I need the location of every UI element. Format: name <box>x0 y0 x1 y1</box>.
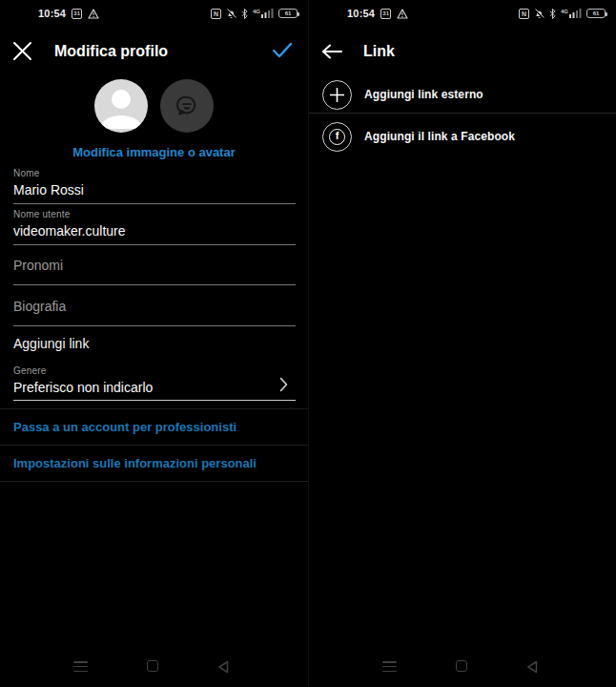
bio-placeholder[interactable]: Biografia <box>13 299 296 314</box>
nav-back-button[interactable] <box>217 660 229 674</box>
profile-photo-avatar[interactable] <box>94 79 148 133</box>
nfc-icon: N <box>211 9 221 19</box>
pronouns-field[interactable]: Pronomi <box>13 258 296 285</box>
username-field-value[interactable]: videomaker.culture <box>13 223 296 239</box>
calendar-icon: 31 <box>72 9 82 19</box>
name-field[interactable]: Nome Mario Rossi <box>13 168 296 204</box>
field-underline <box>13 325 296 326</box>
back-arrow-icon[interactable] <box>321 44 342 59</box>
nav-home-button[interactable] <box>456 660 467 672</box>
nav-menu-button[interactable] <box>382 661 397 675</box>
battery-icon: 61 <box>586 9 606 18</box>
status-bar: 10:54 31 N 4G 61 <box>309 0 616 27</box>
name-field-value[interactable]: Mario Rossi <box>13 182 296 198</box>
field-underline-active <box>13 400 296 401</box>
add-external-link-label: Aggiungi link esterno <box>364 88 483 101</box>
bluetooth-icon <box>241 9 248 19</box>
pronouns-placeholder[interactable]: Pronomi <box>13 258 296 273</box>
bluetooth-icon <box>549 9 556 19</box>
clock: 10:54 <box>347 8 375 19</box>
page-title: Link <box>363 43 395 60</box>
dual-screenshot-container: 10:54 31 N 4G 61 <box>0 0 616 687</box>
warning-icon <box>88 9 99 19</box>
gender-field-label: Genere <box>13 365 296 376</box>
calendar-icon: 31 <box>380 9 391 19</box>
nav-back-button[interactable] <box>526 660 538 674</box>
bell-muted-icon <box>226 9 236 19</box>
field-underline <box>13 203 296 204</box>
gender-field-value[interactable]: Preferisco non indicarlo <box>13 380 296 395</box>
page-title: Modifica profilo <box>54 43 168 60</box>
add-external-link-row[interactable]: Aggiungi link esterno <box>309 77 616 112</box>
change-avatar-link[interactable]: Modifica immagine o avatar <box>0 145 308 159</box>
switch-professional-account-link[interactable]: Passa a un account per professionisti <box>13 420 298 434</box>
section-divider <box>0 481 308 482</box>
nav-home-button[interactable] <box>147 660 158 672</box>
field-underline <box>13 244 296 245</box>
links-screen: 10:54 31 N 4G 61 <box>308 0 616 687</box>
bio-field[interactable]: Biografia <box>13 299 296 326</box>
signal-icon: 4G <box>253 9 274 18</box>
close-icon[interactable] <box>12 41 32 61</box>
android-nav-bar <box>309 656 616 687</box>
add-link-row[interactable]: Aggiungi link <box>13 336 89 351</box>
row-divider <box>309 113 616 114</box>
field-underline <box>13 284 296 285</box>
gender-field[interactable]: Genere Preferisco non indicarlo <box>13 365 296 401</box>
bell-muted-icon <box>534 9 544 19</box>
battery-icon: 61 <box>278 9 298 18</box>
chevron-right-icon <box>279 377 288 392</box>
clock: 10:54 <box>38 8 66 19</box>
signal-icon: 4G <box>561 9 582 18</box>
plus-icon <box>322 80 352 110</box>
add-facebook-link-row[interactable]: f Aggiungi il link a Facebook <box>309 118 616 155</box>
person-silhouette-icon <box>94 79 148 133</box>
section-divider <box>0 445 308 446</box>
section-divider <box>0 408 308 409</box>
confirm-check-icon[interactable] <box>272 42 293 58</box>
name-field-label: Nome <box>13 168 296 178</box>
avatar-face-icon <box>175 94 199 118</box>
personal-info-settings-link[interactable]: Impostazioni sulle informazioni personal… <box>13 456 298 470</box>
username-field-label: Nome utente <box>13 209 296 219</box>
facebook-icon: f <box>322 122 352 152</box>
username-field[interactable]: Nome utente videomaker.culture <box>13 209 296 245</box>
status-bar: 10:54 31 N 4G 61 <box>0 0 308 27</box>
edit-profile-screen: 10:54 31 N 4G 61 <box>0 0 308 687</box>
add-facebook-link-label: Aggiungi il link a Facebook <box>364 130 515 143</box>
android-nav-bar <box>0 656 308 687</box>
avatar-creator-button[interactable] <box>160 79 214 133</box>
nfc-icon: N <box>519 9 529 19</box>
warning-icon <box>397 9 408 19</box>
nav-menu-button[interactable] <box>73 661 88 675</box>
